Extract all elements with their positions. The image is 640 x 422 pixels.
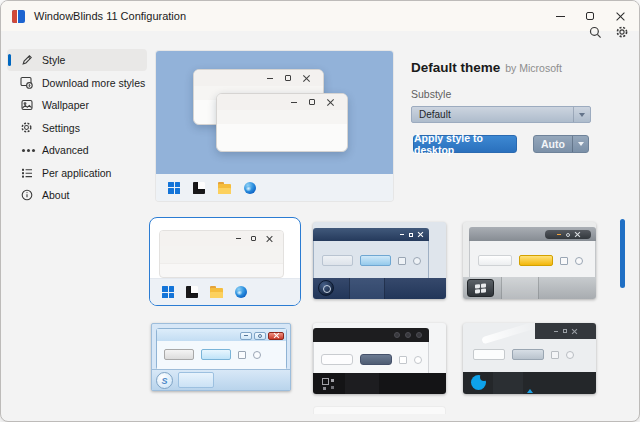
windowblinds-app-window: WindowBlinds 11 Configuration xyxy=(0,0,640,422)
style-panel: Default themeby Microsoft Substyle Defau… xyxy=(411,58,591,153)
sidebar-item-label: Download more styles xyxy=(42,77,145,89)
edge-icon xyxy=(244,182,256,194)
thumb-taskbar xyxy=(463,372,596,394)
preview-desktop xyxy=(156,51,393,174)
window-title: WindowBlinds 11 Configuration xyxy=(34,10,186,22)
app-logo-icon xyxy=(12,10,25,23)
preview-taskbar xyxy=(156,174,393,201)
thumbnail-partial-next-row[interactable] xyxy=(313,406,446,414)
thumbnail-navy-theme[interactable] xyxy=(313,222,446,299)
substyle-dropdown[interactable]: Default xyxy=(411,106,591,123)
start-squares-icon xyxy=(322,378,334,390)
chevron-down-icon xyxy=(573,107,590,122)
thumbnail-aero-theme[interactable]: S xyxy=(151,323,291,391)
download-styles-icon xyxy=(20,76,33,89)
scrollbar-thumb[interactable] xyxy=(620,219,625,288)
sidebar-item-download-more-styles[interactable]: Download more styles xyxy=(7,72,147,94)
image-icon xyxy=(20,99,33,112)
auto-split-button[interactable]: Auto xyxy=(533,135,589,153)
sidebar-item-label: Wallpaper xyxy=(42,99,89,111)
sidebar-item-per-application[interactable]: Per application xyxy=(7,162,147,184)
thumbnail-silver-theme[interactable] xyxy=(463,222,596,299)
sidebar-item-about[interactable]: About xyxy=(7,184,147,206)
start-button-icon xyxy=(467,279,494,297)
ellipsis-icon xyxy=(20,144,33,157)
apply-style-label: Apply style to desktop xyxy=(414,132,516,156)
thumb-window xyxy=(313,328,429,376)
list-icon xyxy=(20,166,33,179)
gloss-streak xyxy=(481,323,539,344)
thumb-taskbar xyxy=(463,277,596,299)
sidebar-item-label: About xyxy=(42,189,69,201)
search-icon[interactable] xyxy=(586,23,604,41)
info-icon xyxy=(20,189,33,202)
minimize-button[interactable] xyxy=(545,1,575,31)
titlebar: WindowBlinds 11 Configuration xyxy=(1,1,639,31)
auto-label: Auto xyxy=(534,136,572,152)
windows-logo-icon xyxy=(168,182,180,194)
theme-thumbnails: S xyxy=(149,217,596,417)
folder-icon xyxy=(218,184,231,194)
edge-icon xyxy=(235,286,247,298)
sidebar-item-settings[interactable]: Settings xyxy=(7,117,147,139)
thumb-titlebar xyxy=(535,323,596,339)
substyle-label: Substyle xyxy=(411,88,591,100)
sidebar-item-style[interactable]: Style xyxy=(7,49,147,71)
thumbnail-black-theme[interactable] xyxy=(313,323,446,394)
thumb-taskbar: S xyxy=(152,369,290,390)
sidebar-item-label: Style xyxy=(42,54,65,66)
apply-style-button[interactable]: Apply style to desktop xyxy=(413,135,517,153)
thumb-window xyxy=(469,227,596,278)
taskbar-indicator xyxy=(527,389,533,393)
thumb-taskbar xyxy=(313,373,446,394)
thumbnail-default-selected[interactable] xyxy=(149,217,301,306)
sidebar: Style Download more styles Wallpaper xyxy=(7,49,147,207)
folder-icon xyxy=(210,288,223,298)
pencil-icon xyxy=(20,54,33,67)
theme-author: by Microsoft xyxy=(505,62,562,74)
windows-logo-icon xyxy=(162,286,174,298)
auto-dropdown-arrow[interactable] xyxy=(572,136,588,152)
theme-preview xyxy=(156,51,393,201)
thumb-taskbar xyxy=(150,278,300,305)
gear-icon xyxy=(20,121,33,134)
sidebar-item-label: Advanced xyxy=(42,144,89,156)
sidebar-item-label: Per application xyxy=(42,167,111,179)
sidebar-item-advanced[interactable]: Advanced xyxy=(7,139,147,161)
preview-window-front xyxy=(216,93,348,152)
start-orb-icon: S xyxy=(156,372,173,389)
thumb-window xyxy=(156,328,287,370)
start-circle-icon xyxy=(471,375,486,390)
thumb-window xyxy=(313,228,429,278)
gear-icon[interactable] xyxy=(613,23,631,41)
sidebar-item-label: Settings xyxy=(42,122,80,134)
thumbnail-charcoal-theme[interactable] xyxy=(463,323,596,394)
windowblinds-icon xyxy=(186,286,198,298)
thumb-taskbar xyxy=(313,278,446,299)
substyle-value: Default xyxy=(419,109,451,120)
start-orb-icon xyxy=(318,280,334,296)
thumb-window xyxy=(159,230,284,278)
windowblinds-icon xyxy=(193,182,205,194)
sidebar-item-wallpaper[interactable]: Wallpaper xyxy=(7,94,147,116)
theme-name: Default theme xyxy=(411,60,500,75)
